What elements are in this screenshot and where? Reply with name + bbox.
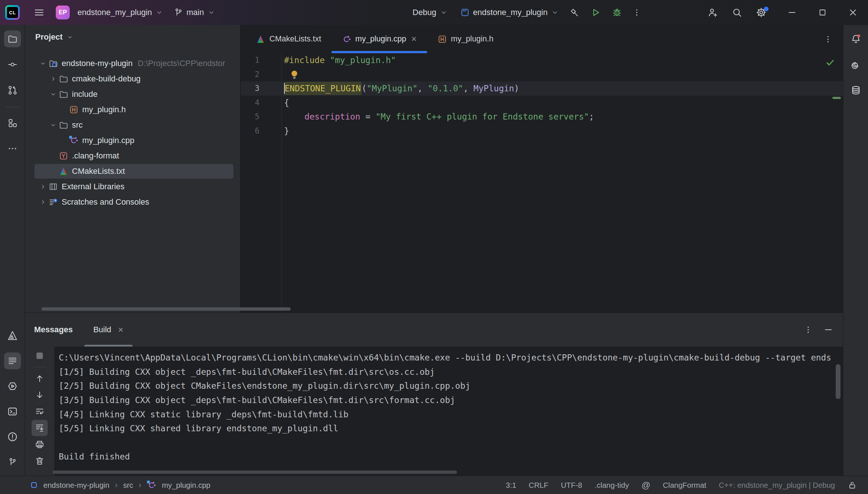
panel-options-button[interactable] (803, 325, 813, 334)
tab-close-icon[interactable]: ✕ (411, 35, 417, 43)
tree-item-my-plugin-h[interactable]: my_plugin.h (25, 102, 240, 117)
vcs-branch-widget[interactable]: main (171, 4, 218, 21)
commit-tool-button[interactable] (4, 56, 21, 73)
code-text (282, 69, 300, 80)
cmake-icon (59, 167, 68, 176)
project-tool-button[interactable] (4, 30, 21, 47)
run-button[interactable] (588, 4, 604, 21)
soft-wrap-icon (34, 406, 45, 417)
build-type-selector[interactable]: Debug (410, 4, 450, 21)
terminal-tool-button[interactable] (4, 403, 21, 420)
window-close-button[interactable] (838, 0, 868, 25)
structure-tool-button[interactable] (4, 114, 21, 131)
previous-message-button[interactable] (32, 370, 48, 387)
tree-item-cmake-build-debug[interactable]: cmake-build-debug (25, 71, 240, 87)
chevron-down-icon[interactable] (66, 34, 73, 41)
build-tab[interactable]: Build ✕ (84, 313, 132, 347)
tree-item-include[interactable]: include (25, 87, 240, 102)
more-tool-windows-button[interactable] (4, 140, 21, 157)
ai-assistant-tool-button[interactable] (847, 56, 864, 73)
breadcrumb-src[interactable]: src (123, 481, 133, 490)
clear-all-button[interactable] (32, 453, 48, 469)
tree-item-label: Scratches and Consoles (62, 197, 149, 207)
tree-item-src[interactable]: src (25, 117, 240, 133)
token-str: "my_plugin.h" (330, 55, 396, 65)
messages-tool-window: Messages Build ✕ C:\Users\Vincent\AppDat… (25, 312, 843, 476)
messages-tool-button[interactable] (4, 352, 21, 369)
project-panel-title[interactable]: Project (35, 32, 63, 42)
cmake-profile-widget[interactable]: C++: endstone_my_plugin | Debug (719, 481, 835, 490)
next-message-button[interactable] (32, 387, 48, 403)
more-run-actions-button[interactable] (629, 4, 645, 21)
git-tool-button[interactable] (4, 454, 21, 471)
build-console[interactable]: C:\Users\Vincent\AppData\Local\Programs\… (54, 347, 843, 476)
chevron-right-icon[interactable] (48, 75, 59, 83)
tree-item-endstone-my-plugin[interactable]: endstone-my-pluginD:\Projects\CPP\endsto… (25, 56, 240, 71)
chevron-down-icon[interactable] (48, 91, 59, 98)
chevron-right-icon[interactable] (37, 198, 48, 206)
clang-format-widget[interactable]: ClangFormat (663, 481, 707, 490)
folder-project-icon (48, 59, 58, 68)
console-line: [3/5] Building CXX object _deps\fmt-buil… (59, 393, 843, 407)
kebab-menu-icon (823, 34, 833, 44)
tree-item-label: my_plugin.h (82, 105, 126, 114)
project-widget[interactable]: EP endstone_my_plugin (54, 4, 166, 21)
code-line-4: 4{ (241, 96, 843, 110)
scroll-to-end-button[interactable] (32, 420, 48, 436)
search-everywhere-button[interactable] (729, 4, 745, 21)
cmake-tool-button[interactable] (4, 327, 21, 344)
run-configuration-selector[interactable]: endstone_my_plugin (458, 4, 561, 21)
tree-item-label: cmake-build-debug (72, 74, 141, 84)
console-horizontal-scrollbar[interactable] (52, 471, 457, 474)
problems-tool-button[interactable] (4, 428, 21, 445)
pull-requests-tool-button[interactable] (4, 82, 21, 99)
notifications-tool-button[interactable] (847, 30, 864, 47)
unlock-icon[interactable] (847, 480, 857, 490)
intention-bulb-icon[interactable] (289, 69, 300, 80)
stop-button[interactable] (32, 348, 48, 364)
project-widget-label: endstone_my_plugin (77, 8, 152, 17)
tab-my-plugin-cpp[interactable]: my_plugin.cpp ✕ (331, 25, 427, 53)
window-maximize-button[interactable] (807, 0, 838, 25)
left-tool-rail (0, 25, 25, 476)
caret-position-widget[interactable]: 3:1 (506, 481, 516, 490)
print-button[interactable] (32, 436, 48, 453)
code-editor[interactable]: 1#include "my_plugin.h"23ENDSTONE_PLUGIN… (241, 53, 843, 312)
chevron-right-icon[interactable] (37, 183, 48, 190)
hexagon-play-icon (7, 381, 18, 392)
window-minimize-button[interactable] (777, 0, 807, 25)
ai-spiral-icon[interactable]: @ (642, 480, 650, 490)
code-with-me-button[interactable] (705, 4, 721, 21)
chevron-down-icon[interactable] (37, 60, 48, 67)
database-tool-button[interactable] (847, 82, 864, 99)
tab-my-plugin-h[interactable]: my_plugin.h (427, 25, 504, 53)
build-tab-close-icon[interactable]: ✕ (118, 326, 124, 334)
main-menu-button[interactable] (31, 4, 47, 21)
line-number: 4 (241, 98, 282, 107)
git-branch-icon (174, 8, 183, 17)
clang-tidy-widget[interactable]: .clang-tidy (595, 481, 629, 490)
code-line-1: 1#include "my_plugin.h" (241, 53, 843, 67)
hamburger-menu-icon (33, 7, 44, 18)
tab-cmakelists-txt[interactable]: CMakeLists.txt (246, 25, 331, 53)
project-horizontal-scrollbar[interactable] (41, 307, 291, 311)
breadcrumb-project[interactable]: endstone-my-plugin (43, 481, 109, 490)
tab-options-button[interactable] (823, 25, 833, 53)
encoding-widget[interactable]: UTF-8 (561, 481, 582, 490)
project-avatar: EP (56, 6, 70, 19)
console-vertical-scrollbar[interactable] (836, 364, 840, 399)
soft-wrap-button[interactable] (32, 403, 48, 420)
tree-item-my-plugin-cpp[interactable]: my_plugin.cpp (25, 133, 240, 148)
services-tool-button[interactable] (4, 378, 21, 395)
tree-item-cmakelists-txt[interactable]: CMakeLists.txt (25, 164, 240, 179)
build-button[interactable] (566, 4, 582, 21)
settings-button[interactable] (753, 4, 769, 21)
chevron-down-icon[interactable] (48, 121, 59, 129)
debug-button[interactable] (609, 4, 625, 21)
breadcrumb-file[interactable]: my_plugin.cpp (162, 481, 210, 490)
tree-item-scratches-and-consoles[interactable]: Scratches and Consoles (25, 194, 240, 210)
tree-item-external-libraries[interactable]: External Libraries (25, 179, 240, 194)
line-separator-widget[interactable]: CRLF (529, 481, 549, 490)
panel-minimize-button[interactable] (823, 325, 834, 335)
tree-item-clang-format[interactable]: .clang-format (25, 148, 240, 164)
